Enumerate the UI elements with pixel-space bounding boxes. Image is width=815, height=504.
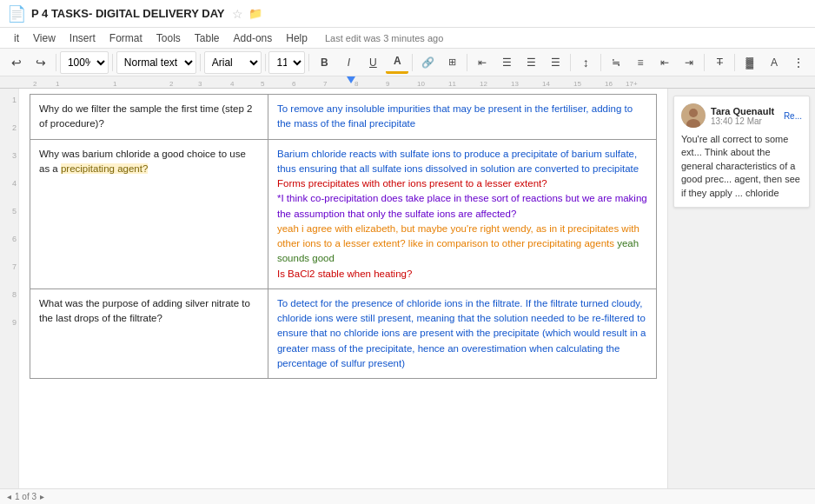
list-number-button[interactable]: ≡ <box>629 51 652 74</box>
answer-text-2f: Is BaCl2 stable when heating? <box>277 269 412 279</box>
italic-button[interactable]: I <box>337 51 360 74</box>
font-select[interactable]: Arial <box>204 51 262 74</box>
svg-text:4: 4 <box>230 80 235 88</box>
svg-text:7: 7 <box>323 80 328 88</box>
star-icon[interactable]: ☆ <box>232 7 243 21</box>
svg-text:2: 2 <box>33 80 37 88</box>
last-edit-text: Last edit was 3 minutes ago <box>325 33 443 43</box>
doc-icon: 📄 <box>7 4 26 23</box>
right-sidebar: Tara Quenault 13:40 12 Mar Re... You're … <box>667 89 815 488</box>
svg-text:14: 14 <box>542 80 550 88</box>
answer-text-2c: *I think co-precipitation does take plac… <box>277 193 647 218</box>
align-right-button[interactable]: ☰ <box>520 51 542 74</box>
divider1 <box>56 54 56 71</box>
fontsize-select[interactable]: 11 <box>268 51 305 74</box>
align-left-button[interactable]: ⇤ <box>471 51 494 74</box>
list-bullet-button[interactable]: ≒ <box>605 51 627 74</box>
highlight-button[interactable]: ▓ <box>739 51 761 74</box>
answer-text-2a: Barium chloride reacts with sulfate ions… <box>277 149 639 174</box>
answer-cell-3: To detect for the presence of chloride i… <box>268 288 656 378</box>
table-row: What was the purpose of adding silver ni… <box>30 288 657 378</box>
style-select[interactable]: Normal text <box>116 51 196 74</box>
underline-button[interactable]: U <box>361 51 384 74</box>
svg-text:8: 8 <box>354 80 359 88</box>
svg-text:13: 13 <box>511 80 519 88</box>
question-cell-2: Why was barium chloride a good choice to… <box>30 139 268 288</box>
justify-button[interactable]: ☰ <box>544 51 567 74</box>
question-highlight: precipitating agent? <box>61 163 148 174</box>
more-button[interactable]: ⋮ <box>787 51 810 74</box>
document-canvas: Why do we filter the sample the first ti… <box>19 89 667 488</box>
svg-text:9: 9 <box>386 80 390 88</box>
question-text-3: What was the purpose of adding silver ni… <box>39 298 250 323</box>
svg-text:5: 5 <box>261 80 265 88</box>
comment-author-name: Tara Quenault <box>711 106 784 116</box>
menu-item-table[interactable]: Table <box>188 30 227 46</box>
svg-point-22 <box>689 109 698 117</box>
table-row: Why do we filter the sample the first ti… <box>30 95 657 140</box>
divider4 <box>265 54 266 71</box>
answer-cell-2: Barium chloride reacts with sulfate ions… <box>268 139 656 288</box>
menu-item-tools[interactable]: Tools <box>149 30 188 46</box>
divider10 <box>704 54 705 71</box>
divider6 <box>412 54 413 71</box>
align-center-button[interactable]: ☰ <box>495 51 518 74</box>
comment-author-info: Tara Quenault 13:40 12 Mar <box>711 106 784 126</box>
insert-image-button[interactable]: ⊞ <box>441 51 463 74</box>
outdent-button[interactable]: ⇤ <box>653 51 676 74</box>
svg-text:12: 12 <box>480 80 487 88</box>
answer-text-1: To remove any insoluble impurities that … <box>277 103 633 129</box>
page-nav-next[interactable]: ▸ <box>40 492 44 501</box>
menu-item-format[interactable]: Format <box>103 30 149 46</box>
menu-item-view[interactable]: View <box>26 30 63 46</box>
answer-text-2d: yeah i agree with elizabeth, but maybe y… <box>277 223 639 249</box>
link-button[interactable]: 🔗 <box>416 51 439 74</box>
divider9 <box>600 54 601 71</box>
menu-item-insert[interactable]: Insert <box>63 30 103 46</box>
comment-body: You're all correct to some ext... Think … <box>681 133 802 200</box>
page-nav-prev[interactable]: ◂ <box>7 492 11 501</box>
zoom-select[interactable]: 100% <box>60 51 109 74</box>
comment-header: Tara Quenault 13:40 12 Mar Re... <box>681 103 802 128</box>
question-cell-3: What was the purpose of adding silver ni… <box>30 288 268 378</box>
title-bar: 📄 P 4 TASKS- DIGITAL DELIVERY DAY ☆ 📁 <box>0 0 815 28</box>
folder-icon[interactable]: 📁 <box>248 7 262 20</box>
line-spacing-button[interactable]: ↕ <box>574 51 597 74</box>
divider8 <box>570 54 571 71</box>
question-cell-1: Why do we filter the sample the first ti… <box>30 95 268 140</box>
svg-text:11: 11 <box>448 80 456 88</box>
answer-text-2b: Forms precipitates with other ions prese… <box>277 178 547 189</box>
main-area: 1 2 3 4 5 6 7 8 9 Why do we filter the s… <box>0 89 815 488</box>
avatar <box>681 103 706 128</box>
text-color-button[interactable]: A <box>386 51 408 74</box>
divider3 <box>200 54 201 71</box>
clear-format-button[interactable]: T̶ <box>708 51 731 74</box>
svg-text:2: 2 <box>169 80 174 88</box>
menu-item-it[interactable]: it <box>7 30 26 46</box>
svg-text:1: 1 <box>113 80 117 88</box>
divider5 <box>308 54 309 71</box>
answer-cell-1: To remove any insoluble impurities that … <box>268 95 656 140</box>
font-color-button[interactable]: A <box>763 51 785 74</box>
svg-text:17+: 17+ <box>626 80 638 88</box>
page-indicator: 1 of 3 <box>15 492 36 501</box>
bottom-bar: ◂ 1 of 3 ▸ <box>0 488 815 504</box>
menu-item-addons[interactable]: Add-ons <box>227 30 280 46</box>
svg-text:16: 16 <box>605 80 613 88</box>
question-text-1: Why do we filter the sample the first ti… <box>39 103 252 129</box>
comment-reply-button[interactable]: Re... <box>784 111 802 121</box>
bold-button[interactable]: B <box>313 51 335 74</box>
svg-text:3: 3 <box>198 80 202 88</box>
indent-button[interactable]: ⇥ <box>678 51 700 74</box>
comment-timestamp: 13:40 12 Mar <box>711 116 784 126</box>
undo-button[interactable]: ↩ <box>5 51 28 74</box>
toolbar: ↩ ↪ 100% Normal text Arial 11 B I U A 🔗 … <box>0 49 815 76</box>
svg-text:6: 6 <box>292 80 296 88</box>
divider2 <box>112 54 113 71</box>
doc-title: P 4 TASKS- DIGITAL DELIVERY DAY <box>31 7 225 20</box>
svg-text:10: 10 <box>417 80 425 88</box>
menu-item-help[interactable]: Help <box>279 30 315 46</box>
divider11 <box>734 54 735 71</box>
content-table: Why do we filter the sample the first ti… <box>30 94 657 379</box>
redo-button[interactable]: ↪ <box>30 51 52 74</box>
